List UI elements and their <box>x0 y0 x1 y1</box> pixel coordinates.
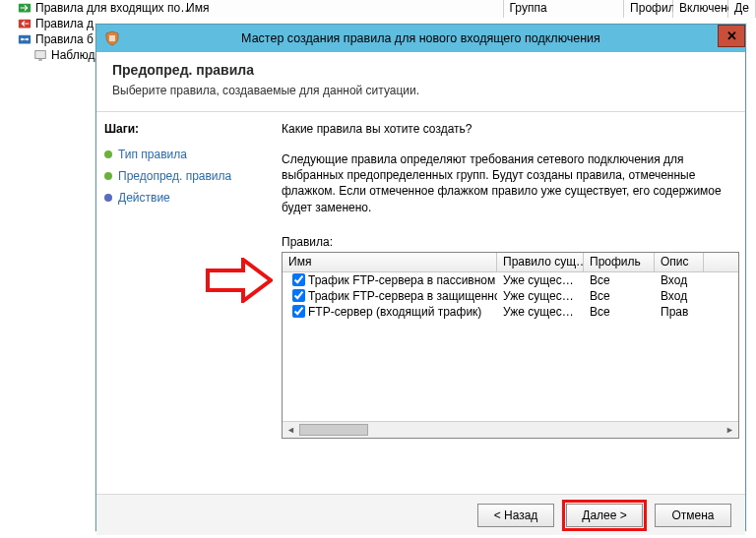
wizard-main: Какие правила вы хотите создать? Следующ… <box>276 112 745 494</box>
next-button[interactable]: Далее > <box>566 504 643 527</box>
tree-item-label: Правила д <box>35 17 94 30</box>
step-dot-icon <box>104 194 112 202</box>
bg-col-group[interactable]: Группа <box>504 0 625 18</box>
monitoring-icon <box>33 48 47 62</box>
rule-profile: Все <box>584 289 655 303</box>
wizard-footer: < Назад Далее > Отмена <box>96 494 745 535</box>
close-icon: ✕ <box>726 29 737 43</box>
rule-desc: Вход <box>655 289 704 303</box>
scroll-right-arrow[interactable]: ► <box>722 422 738 438</box>
rule-exists: Уже существ… <box>497 289 584 303</box>
page-title: Предопред. правила <box>112 62 729 78</box>
rule-checkbox[interactable] <box>292 273 305 286</box>
bg-col-enabled[interactable]: Включено <box>673 0 728 18</box>
step-action[interactable]: Действие <box>104 187 268 209</box>
bg-col-action[interactable]: Де <box>728 0 756 18</box>
rule-desc: Вход <box>655 273 704 287</box>
inbound-rules-icon <box>18 1 32 15</box>
close-button[interactable]: ✕ <box>718 25 745 47</box>
steps-label: Шаги: <box>104 122 268 136</box>
cancel-button[interactable]: Отмена <box>655 504 731 527</box>
rule-name: Трафик FTP-сервера в защищенном режи… <box>308 289 497 303</box>
col-profile[interactable]: Профиль <box>584 253 655 271</box>
scroll-thumb[interactable] <box>299 424 368 436</box>
tree-item-label: Правила б <box>35 32 94 46</box>
step-predefined-rules[interactable]: Предопред. правила <box>104 165 268 187</box>
description-text: Следующие правила определяют требования … <box>282 151 739 215</box>
list-header: Имя Правило сущ… Профиль Опис <box>283 253 738 272</box>
col-name[interactable]: Имя <box>283 253 497 271</box>
prompt-text: Какие правила вы хотите создать? <box>282 122 739 136</box>
step-label: Предопред. правила <box>118 169 231 183</box>
scroll-track[interactable] <box>299 422 722 438</box>
bg-column-header: Имя Группа Профиль Включено Де <box>180 0 756 18</box>
back-button[interactable]: < Назад <box>477 504 554 527</box>
rules-listbox[interactable]: Имя Правило сущ… Профиль Опис Трафик FTP… <box>282 252 739 439</box>
bg-col-profile[interactable]: Профиль <box>624 0 673 18</box>
step-dot-icon <box>104 150 112 158</box>
step-rule-type[interactable]: Тип правила <box>104 144 268 165</box>
connection-rules-icon <box>18 32 32 46</box>
rule-exists: Уже существ… <box>497 273 584 287</box>
rule-exists: Уже существ… <box>497 305 584 319</box>
rule-checkbox[interactable] <box>292 289 305 302</box>
step-dot-icon <box>104 172 112 180</box>
rules-label: Правила: <box>282 235 739 249</box>
tree-item-inbound-rules[interactable]: Правила для входящих по… <box>0 0 180 16</box>
col-desc[interactable]: Опис <box>655 253 704 271</box>
rule-checkbox[interactable] <box>292 305 305 318</box>
scroll-left-arrow[interactable]: ◄ <box>283 422 299 438</box>
tree-item-label: Правила для входящих по… <box>35 1 192 15</box>
page-subtitle: Выберите правила, создаваемые для данной… <box>112 84 729 97</box>
table-row[interactable]: FTP-сервер (входящий трафик) Уже существ… <box>283 304 738 320</box>
step-label: Действие <box>118 191 170 205</box>
horizontal-scrollbar[interactable]: ◄ ► <box>283 421 738 438</box>
rule-name: Трафик FTP-сервера в пассивном режим… <box>308 273 497 287</box>
table-row[interactable]: Трафик FTP-сервера в пассивном режим… Уж… <box>283 272 738 288</box>
rule-profile: Все <box>584 273 655 287</box>
wizard-title: Мастер создания правила для нового входя… <box>96 31 745 45</box>
bg-col-name[interactable]: Имя <box>180 0 504 18</box>
rule-name: FTP-сервер (входящий трафик) <box>308 305 481 319</box>
wizard-titlebar[interactable]: Мастер создания правила для нового входя… <box>96 25 745 52</box>
col-exists[interactable]: Правило сущ… <box>497 253 584 271</box>
rule-desc: Прав <box>655 305 704 319</box>
wizard-header: Предопред. правила Выберите правила, соз… <box>96 52 745 112</box>
outbound-rules-icon <box>18 17 32 30</box>
step-label: Тип правила <box>118 148 187 161</box>
rule-profile: Все <box>584 305 655 319</box>
svg-rect-5 <box>35 51 46 59</box>
steps-panel: Шаги: Тип правила Предопред. правила Дей… <box>96 112 276 494</box>
wizard-dialog: Мастер создания правила для нового входя… <box>95 24 746 531</box>
table-row[interactable]: Трафик FTP-сервера в защищенном режи… Уж… <box>283 288 738 304</box>
svg-rect-6 <box>38 59 42 60</box>
